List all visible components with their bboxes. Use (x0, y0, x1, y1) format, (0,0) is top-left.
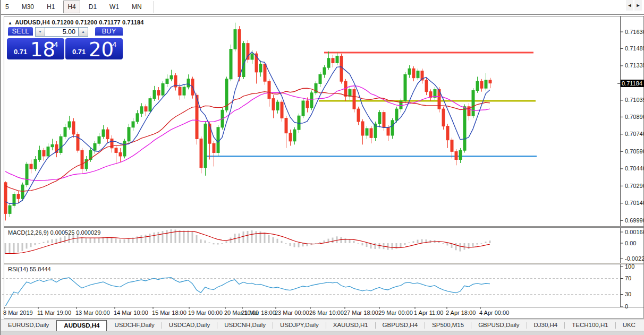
time-axis-label: 8 Mar 2019 (3, 310, 33, 316)
chart-symbol-period: AUDUSD,H4 (15, 19, 50, 25)
chart-tab-dj30-h4[interactable]: DJ30,H4 (527, 320, 565, 331)
volume-stepper-up[interactable]: ▲ (78, 27, 88, 37)
price-axis-label: 0.71335 (625, 62, 644, 68)
chart-tab-tech100-h1[interactable]: TECH100,H1 (565, 320, 615, 331)
tab-scroll-right-button[interactable]: ► (634, 0, 642, 11)
rsi-axis-label: 70 (625, 275, 631, 281)
buy-price-prefix: 0.71 (72, 48, 86, 56)
chart-tab-gbpusd-daily[interactable]: GBPUSD,Daily (471, 320, 526, 331)
price-axis-label: 0.71630 (625, 29, 644, 35)
rsi-axis-label: 100 (625, 263, 634, 270)
timeframe-button-m30[interactable]: M30 (18, 1, 38, 13)
rsi-panel-label: RSI(14) 55.8444 (8, 266, 51, 272)
chart-tab-xauusd-h1[interactable]: XAUUSD,H1 (326, 320, 375, 331)
time-axis-label: 26 Mar 10:00 (309, 310, 344, 316)
time-axis-label: 13 Mar 00:00 (75, 310, 110, 316)
price-axis-label: 0.71035 (625, 97, 644, 103)
chart-tab-usdjpy-daily[interactable]: USDJPY,Daily (273, 320, 326, 331)
timeframe-button-h4[interactable]: H4 (63, 1, 80, 13)
time-axis-label: 11 Mar 19:00 (37, 310, 71, 316)
rsi-axis-label: 0 (625, 303, 628, 310)
time-axis-label: 2 Apr 18:00 (446, 310, 476, 316)
time-axis-label: 4 Apr 00:00 (479, 310, 509, 316)
sell-price-prefix: 0.71 (14, 48, 27, 56)
time-axis-label: 15 Mar 18:00 (152, 310, 187, 316)
chart-window[interactable]: ▲AUDUSD,H4 0.71200 0.71200 0.71177 0.711… (4, 16, 644, 319)
time-axis-label: 14 Mar 10:00 (114, 310, 148, 316)
tab-scroll-left-button[interactable]: ◄ (626, 0, 633, 11)
chart-tab-eurusd-daily[interactable]: EURUSD,Daily (1, 320, 56, 331)
chart-tab-usdcnh-daily[interactable]: USDCNH,Daily (217, 320, 273, 331)
tab-bar: EURUSD,DailyAUDUSD,H4USDCHF,DailyUSDCAD,… (1, 320, 644, 331)
chart-title: ▲AUDUSD,H4 0.71200 0.71200 0.71177 0.711… (8, 19, 144, 25)
sell-button[interactable]: SELL (8, 27, 33, 37)
macd-panel-divider[interactable] (4, 226, 643, 228)
price-axis-label: 0.70590 (625, 148, 644, 154)
macd-axis-label: -0.002235 (625, 255, 644, 262)
time-axis-label: 19 Mar 00:00 (188, 310, 223, 316)
timeframe-toolbar: 5M30H1H4D1W1MN (1, 0, 644, 15)
buy-price-display[interactable]: 0.71 20 4 (65, 38, 123, 59)
macd-panel-label: MACD(12,26,9) 0.000525 0.000029 (8, 229, 100, 236)
sell-price-display[interactable]: 0.71 18 4 (7, 38, 64, 59)
chart-tab-usdchf-daily[interactable]: USDCHF,Daily (107, 320, 161, 331)
macd-axis-label: 0.001605 (625, 229, 644, 235)
time-axis-label: 23 Mar 00:00 (275, 310, 309, 316)
time-axis-label: 29 Mar 00:00 (378, 310, 413, 316)
price-axis-label: 0.70740 (625, 131, 644, 137)
price-axis-label: 0.70440 (625, 165, 644, 171)
timeframe-button-mn[interactable]: MN (128, 1, 146, 13)
trading-app-window: 5M30H1H4D1W1MN ▲AUDUSD,H4 0.71200 0.7120… (0, 0, 644, 335)
current-price-badge: 0.71184 (621, 80, 644, 87)
price-axis-label: 0.70890 (625, 114, 644, 120)
chart-tab-usdcad-daily[interactable]: USDCAD,Daily (162, 320, 217, 331)
chart-tab-gbpusd-h4[interactable]: GBPUSD,H4 (376, 320, 425, 331)
chart-tab-sp500-m15[interactable]: SP500,M15 (425, 320, 471, 331)
timeframe-button-w1[interactable]: W1 (105, 1, 123, 13)
chart-ohlc-quotes: 0.71200 0.71200 0.71177 0.71184 (52, 19, 143, 25)
price-axis-label: 0.71485 (625, 45, 644, 51)
time-axis-border (4, 307, 643, 307)
sell-price-main: 18 (30, 38, 55, 61)
volume-input[interactable] (45, 27, 78, 37)
volume-stepper-down[interactable]: ▼ (35, 27, 45, 37)
trade-panel: SELL ▼ ▲ BUY 0.71 18 4 0.71 20 4 (7, 27, 124, 59)
buy-button[interactable]: BUY (95, 27, 123, 37)
rsi-axis-label: 30 (625, 291, 631, 297)
buy-price-pipette: 4 (112, 40, 116, 49)
price-axis-label: 0.69990 (625, 217, 644, 224)
sell-price-pipette: 4 (54, 40, 58, 49)
rsi-panel-divider[interactable] (4, 263, 643, 264)
time-axis-label: 27 Mar 18:00 (344, 310, 378, 316)
timeframe-button-5[interactable]: 5 (1, 1, 13, 13)
timeframe-button-h1[interactable]: H1 (43, 1, 59, 13)
toolbar-separator (154, 1, 154, 13)
time-axis-label: 21 Mar 18:00 (241, 310, 276, 316)
price-axis-label: 0.70290 (625, 183, 644, 189)
buy-price-main: 20 (89, 38, 114, 61)
macd-axis-label: 0.00 (625, 240, 636, 246)
chart-tab-ukc[interactable]: UKC (616, 320, 642, 331)
timeframe-button-d1[interactable]: D1 (84, 1, 101, 13)
status-strip (1, 331, 644, 335)
time-axis-label: 1 Apr 11:00 (414, 310, 443, 316)
price-axis-label: 0.70140 (625, 200, 644, 206)
chart-tab-audusd-h4[interactable]: AUDUSD,H4 (56, 320, 107, 331)
collapse-arrow-icon[interactable]: ▲ (8, 21, 12, 25)
